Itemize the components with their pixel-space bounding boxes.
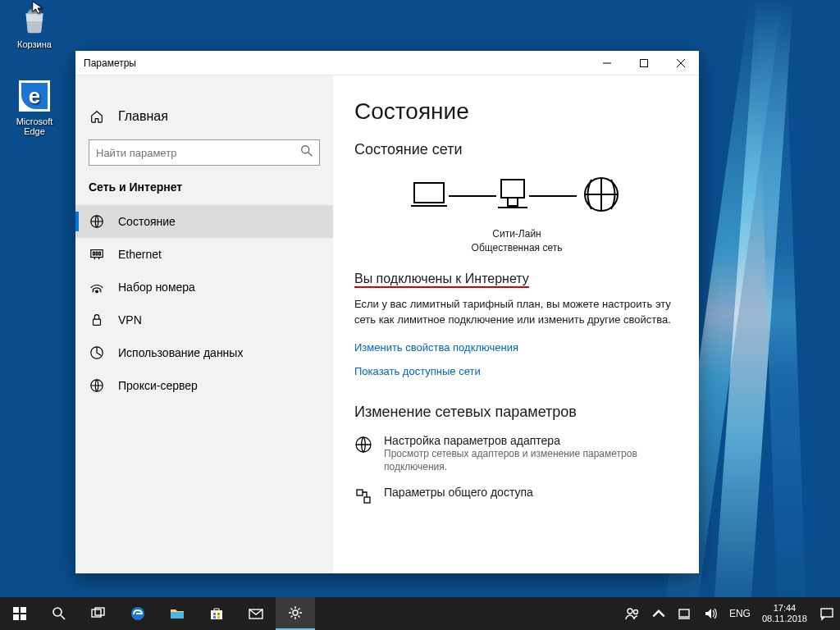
desktop-icon-label: Microsoft Edge	[5, 116, 64, 136]
link-show-networks[interactable]: Показать доступные сети	[354, 365, 481, 377]
sharing-icon	[354, 486, 372, 509]
svg-rect-32	[21, 607, 26, 613]
maximize-button[interactable]	[625, 51, 662, 75]
svg-rect-11	[99, 252, 101, 255]
svg-rect-18	[414, 183, 444, 203]
taskbar-settings[interactable]	[276, 597, 315, 630]
sidebar-item-status[interactable]: Состояние	[75, 205, 333, 238]
search-box[interactable]	[89, 139, 320, 166]
sidebar-item-ethernet[interactable]: Ethernet	[75, 238, 333, 271]
dialup-icon	[89, 280, 105, 294]
svg-point-44	[633, 610, 637, 614]
search-icon	[299, 144, 313, 162]
desktop-icon-edge[interactable]: Microsoft Edge	[5, 80, 64, 136]
network-type: Общественная сеть	[354, 241, 679, 255]
sidebar: Главная Сеть и Интернет Состояние Ethern…	[75, 75, 333, 573]
window-titlebar[interactable]: Параметры	[75, 51, 699, 75]
tray-notifications[interactable]	[814, 597, 840, 630]
svg-point-43	[628, 609, 632, 614]
svg-rect-31	[13, 607, 19, 613]
home-button[interactable]: Главная	[75, 100, 333, 133]
tray-volume-icon[interactable]	[698, 597, 724, 630]
sidebar-item-label: Ethernet	[118, 248, 162, 261]
adapter-icon	[354, 434, 372, 475]
task-view-button[interactable]	[79, 597, 118, 630]
svg-rect-34	[21, 614, 26, 620]
tray-network-icon[interactable]	[672, 597, 698, 630]
svg-rect-9	[94, 252, 95, 255]
page-title: Состояние	[354, 98, 679, 125]
main-content: Состояние Состояние сети Сити-Лайн Общес…	[333, 75, 699, 573]
link-change-properties[interactable]: Изменить свойства подключения	[354, 341, 518, 354]
svg-point-42	[293, 610, 298, 615]
svg-rect-30	[364, 497, 370, 503]
connected-heading: Вы подключены к Интернету	[354, 272, 679, 293]
section-heading-change: Изменение сетевых параметров	[354, 404, 679, 421]
tray-clock[interactable]: 17:44 08.11.2018	[756, 603, 814, 624]
start-button[interactable]	[0, 597, 39, 630]
sidebar-item-label: Состояние	[118, 215, 176, 228]
settings-window: Параметры Главная Сеть и Интернет Состоя…	[75, 51, 699, 573]
window-title: Параметры	[84, 57, 136, 69]
tray-chevron[interactable]	[646, 597, 672, 630]
sidebar-item-dialup[interactable]: Набор номера	[75, 271, 333, 304]
close-button[interactable]	[662, 51, 699, 75]
status-icon	[89, 214, 105, 229]
sidebar-item-proxy[interactable]: Прокси-сервер	[75, 369, 333, 402]
system-tray: ENG 17:44 08.11.2018	[619, 597, 840, 630]
search-button[interactable]	[39, 597, 79, 630]
sidebar-item-label: Прокси-сервер	[118, 379, 198, 392]
svg-rect-47	[821, 609, 833, 617]
svg-line-6	[308, 153, 313, 157]
proxy-icon	[89, 378, 105, 393]
svg-line-36	[61, 615, 65, 619]
setting-adapter[interactable]: Настройка параметров адаптера Просмотр с…	[354, 434, 679, 475]
taskbar-store[interactable]	[197, 597, 236, 630]
svg-rect-21	[501, 180, 524, 198]
desktop-icon-label: Корзина	[5, 39, 64, 49]
svg-point-5	[302, 146, 309, 153]
setting-sharing[interactable]: Параметры общего доступа	[354, 486, 679, 509]
svg-point-14	[96, 290, 98, 293]
sidebar-item-label: Использование данных	[118, 346, 243, 359]
setting-title: Параметры общего доступа	[384, 486, 533, 499]
taskbar-mail[interactable]	[236, 597, 276, 630]
edge-icon	[19, 80, 50, 112]
svg-point-35	[53, 608, 62, 616]
data-usage-icon	[89, 345, 105, 360]
search-input[interactable]	[96, 147, 299, 159]
network-name: Сити-Лайн	[354, 227, 679, 241]
setting-title: Настройка параметров адаптера	[384, 434, 663, 447]
vpn-icon	[89, 313, 105, 327]
network-diagram	[354, 171, 679, 221]
svg-rect-40	[211, 610, 222, 619]
connected-body: Если у вас лимитный тарифный план, вы мо…	[354, 296, 679, 328]
svg-rect-33	[13, 614, 19, 620]
sidebar-item-vpn[interactable]: VPN	[75, 304, 333, 336]
tray-people[interactable]	[619, 597, 646, 630]
ethernet-icon	[89, 247, 105, 262]
sidebar-item-label: VPN	[118, 313, 142, 326]
mouse-cursor	[31, 0, 46, 18]
taskbar-edge[interactable]	[118, 597, 158, 630]
svg-rect-10	[96, 252, 98, 255]
svg-rect-45	[679, 609, 689, 617]
home-icon	[89, 109, 105, 124]
svg-rect-29	[357, 490, 363, 495]
sidebar-item-label: Набор номера	[118, 281, 195, 294]
home-label: Главная	[118, 109, 168, 124]
svg-rect-15	[94, 319, 101, 325]
sidebar-category: Сеть и Интернет	[75, 180, 333, 205]
svg-rect-22	[508, 198, 518, 206]
setting-description: Просмотр сетевых адаптеров и изменение п…	[384, 447, 663, 475]
taskbar-explorer[interactable]	[158, 597, 197, 630]
minimize-button[interactable]	[588, 51, 625, 75]
section-heading: Состояние сети	[354, 141, 679, 158]
taskbar: ENG 17:44 08.11.2018	[0, 597, 840, 630]
sidebar-item-data-usage[interactable]: Использование данных	[75, 336, 333, 369]
tray-language[interactable]: ENG	[724, 608, 756, 619]
svg-rect-2	[640, 59, 647, 66]
